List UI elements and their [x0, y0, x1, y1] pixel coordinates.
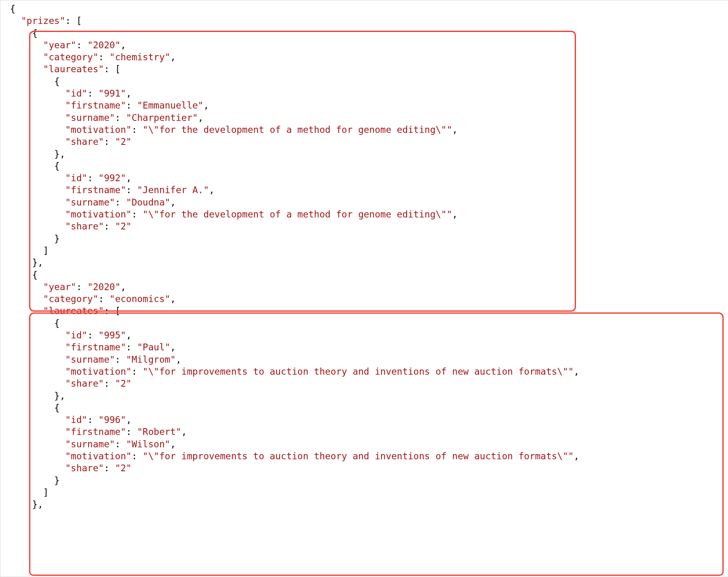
- val-category: "economics": [109, 294, 170, 304]
- key-id: "id": [65, 330, 87, 340]
- val-surname: "Wilson": [126, 439, 170, 449]
- val-surname: "Milgrom": [126, 354, 176, 365]
- key-share: "share": [65, 378, 104, 389]
- json-viewer: { "prizes": [ { "year": "2020", "categor…: [0, 0, 728, 577]
- key-motivation: "motivation": [65, 366, 131, 377]
- val-id: "992": [99, 173, 126, 183]
- key-firstname: "firstname": [65, 100, 126, 111]
- key-id: "id": [65, 173, 87, 183]
- val-share: "2": [115, 378, 132, 389]
- val-firstname: "Paul": [137, 342, 170, 352]
- val-motivation: "\"for improvements to auction theory an…: [142, 366, 574, 377]
- key-id: "id": [65, 88, 87, 99]
- key-firstname: "firstname": [65, 427, 126, 437]
- key-surname: "surname": [65, 113, 115, 123]
- key-surname: "surname": [65, 439, 115, 449]
- val-surname: "Charpentier": [126, 113, 198, 123]
- json-code-block: { "prizes": [ { "year": "2020", "categor…: [0, 3, 728, 510]
- val-share: "2": [115, 221, 132, 231]
- key-laureates: "laureates": [43, 306, 104, 316]
- val-id: "991": [99, 88, 126, 99]
- key-prizes: "prizes": [21, 16, 65, 26]
- val-surname: "Doudna": [126, 197, 170, 207]
- key-motivation: "motivation": [65, 124, 131, 135]
- val-id: "996": [99, 415, 126, 425]
- val-firstname: "Jennifer A.": [137, 185, 209, 195]
- val-firstname: "Emmanuelle": [137, 100, 204, 111]
- key-firstname: "firstname": [65, 342, 126, 352]
- key-surname: "surname": [65, 354, 115, 365]
- key-motivation: "motivation": [65, 451, 131, 461]
- key-laureates: "laureates": [43, 64, 104, 74]
- val-motivation: "\"for the development of a method for g…: [142, 209, 452, 219]
- val-share: "2": [115, 136, 132, 147]
- key-id: "id": [65, 415, 87, 425]
- val-category: "chemistry": [109, 52, 170, 62]
- key-category: "category": [43, 294, 98, 304]
- val-year: "2020": [87, 282, 121, 292]
- val-year: "2020": [87, 40, 121, 50]
- key-motivation: "motivation": [65, 209, 131, 219]
- key-share: "share": [65, 136, 104, 147]
- key-share: "share": [65, 463, 104, 473]
- key-firstname: "firstname": [65, 185, 126, 195]
- key-category: "category": [43, 52, 98, 62]
- key-share: "share": [65, 221, 104, 231]
- val-id: "995": [99, 330, 126, 340]
- key-surname: "surname": [65, 197, 115, 207]
- val-share: "2": [115, 463, 132, 473]
- brace-open: {: [10, 4, 16, 14]
- val-firstname: "Robert": [137, 427, 182, 437]
- key-year: "year": [43, 282, 76, 292]
- val-motivation: "\"for the development of a method for g…: [142, 124, 452, 135]
- key-year: "year": [43, 40, 76, 50]
- val-motivation: "\"for improvements to auction theory an…: [142, 451, 574, 461]
